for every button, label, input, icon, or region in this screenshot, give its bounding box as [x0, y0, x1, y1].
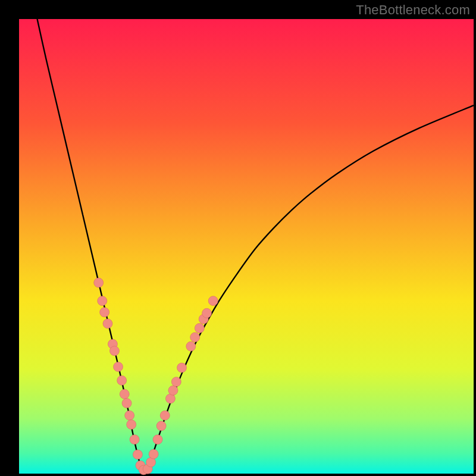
sample-dot: [168, 386, 178, 395]
sample-dot: [153, 435, 162, 444]
gradient-plot-area: [19, 19, 474, 474]
sample-dot: [127, 419, 136, 429]
sample-dot: [133, 450, 142, 459]
sample-dot: [109, 346, 119, 356]
sample-dot: [195, 324, 204, 333]
sample-dot: [103, 319, 112, 328]
bottleneck-chart: [0, 0, 476, 476]
chart-frame: TheBottleneck.com: [0, 0, 476, 476]
sample-dot: [156, 421, 166, 431]
sample-dot: [114, 362, 123, 371]
sample-dot: [177, 363, 187, 372]
sample-dot: [100, 308, 109, 317]
sample-dot: [94, 278, 104, 287]
sample-dot: [98, 296, 107, 306]
sample-dot: [186, 342, 196, 351]
sample-dot: [125, 411, 134, 420]
sample-dot: [120, 389, 129, 399]
sample-dot: [130, 435, 139, 444]
sample-dot: [202, 308, 212, 318]
sample-dot: [122, 399, 131, 408]
sample-dot: [117, 375, 127, 385]
sample-dot: [171, 377, 181, 387]
sample-dot: [208, 296, 218, 306]
sample-dot: [190, 333, 200, 342]
sample-dot: [149, 449, 158, 459]
sample-dot: [160, 411, 170, 420]
